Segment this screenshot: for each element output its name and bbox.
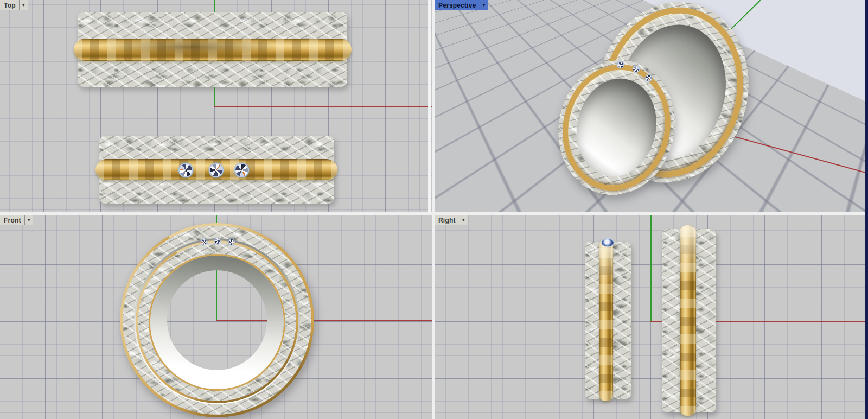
- y-axis-line: [650, 215, 652, 321]
- viewport-title-top[interactable]: Top ▼: [0, 0, 28, 10]
- viewport-edge-highlight: [428, 0, 431, 212]
- viewport-title-label: Front: [0, 215, 24, 225]
- viewport-title-front[interactable]: Front ▼: [0, 215, 33, 225]
- diamond: [601, 238, 614, 247]
- chevron-down-icon[interactable]: ▼: [459, 215, 468, 225]
- chevron-down-icon[interactable]: ▼: [480, 0, 488, 10]
- viewport-title-label: Right: [435, 215, 459, 225]
- chevron-down-icon[interactable]: ▼: [19, 0, 28, 10]
- viewport-top[interactable]: Top ▼: [0, 0, 432, 212]
- viewport-divider-vertical[interactable]: [432, 0, 435, 419]
- viewport-title-right[interactable]: Right ▼: [435, 215, 468, 225]
- viewport-title-perspective[interactable]: Perspective ▼: [435, 0, 488, 10]
- viewport-front[interactable]: Front ▼: [0, 215, 432, 419]
- viewport-perspective[interactable]: Perspective ▼: [435, 0, 866, 212]
- viewport-title-label: Perspective: [435, 0, 480, 10]
- gold-stripe: [680, 225, 696, 416]
- window-edge-strip: [865, 0, 868, 419]
- gold-stripe: [599, 239, 613, 401]
- viewport-right[interactable]: Right ▼: [435, 215, 866, 419]
- y-axis-line: [216, 270, 217, 321]
- viewport-divider-horizontal[interactable]: [0, 212, 868, 215]
- chevron-down-icon[interactable]: ▼: [24, 215, 33, 225]
- x-axis-line: [216, 320, 267, 321]
- gold-stripe: [74, 39, 352, 61]
- x-axis-line: [214, 106, 432, 107]
- viewport-title-label: Top: [0, 0, 19, 10]
- ring-hole: [167, 270, 267, 370]
- diamond: [201, 239, 207, 245]
